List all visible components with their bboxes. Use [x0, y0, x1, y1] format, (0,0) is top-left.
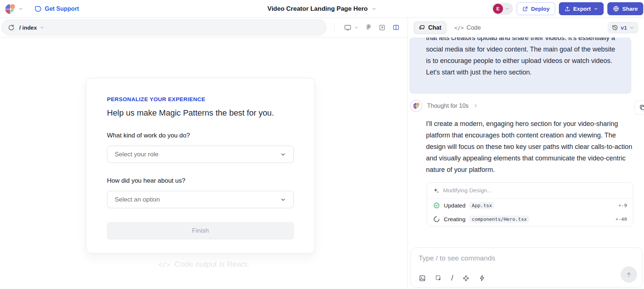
- divider: [335, 23, 335, 32]
- diff-count: 40: [621, 216, 627, 222]
- task-action: Updated: [444, 202, 466, 209]
- chevron-down-icon: [371, 6, 376, 11]
- referral-select-placeholder: Select an option: [115, 196, 160, 203]
- diff-count: 9: [624, 203, 627, 208]
- send-button[interactable]: [621, 266, 637, 283]
- referral-select[interactable]: Select an option: [107, 191, 294, 208]
- thought-duration: Thought for 10s: [427, 103, 469, 109]
- user-message-text: that lets creators upload and share thei…: [426, 37, 617, 78]
- deploy-button[interactable]: Deploy: [517, 2, 555, 15]
- file-chip: components/Hero.tsx: [469, 216, 530, 223]
- get-support-label: Get Support: [45, 6, 79, 12]
- image-icon[interactable]: [419, 275, 426, 282]
- role-select-placeholder: Select your role: [115, 151, 158, 158]
- check-circle-icon: [433, 202, 440, 209]
- chat-panel: that lets creators upload and share thei…: [407, 37, 644, 289]
- task-card: Modifying Design... Updated App.tsx +-9 …: [427, 182, 633, 226]
- removed-marker: -: [621, 203, 624, 208]
- tab-chat-label: Chat: [428, 24, 442, 31]
- card-heading: Help us make Magic Patterns the best for…: [107, 108, 294, 118]
- finish-button[interactable]: Finish: [107, 222, 294, 239]
- arrow-up-icon: [625, 271, 633, 278]
- open-external-icon[interactable]: [379, 24, 386, 31]
- chat-input[interactable]: [419, 254, 626, 262]
- tab-code[interactable]: </> Code: [455, 24, 481, 31]
- tab-chat[interactable]: Chat: [414, 21, 446, 34]
- task-row[interactable]: Creating components/Hero.tsx +-40: [427, 212, 633, 226]
- diamonds-icon[interactable]: [462, 275, 470, 282]
- finish-label: Finish: [192, 227, 209, 235]
- page-title: Video Creator Landing Page Hero: [268, 5, 368, 13]
- chat-input-tools: /: [419, 274, 486, 282]
- project-title-menu[interactable]: Video Creator Landing Page Hero: [268, 5, 377, 13]
- task-row[interactable]: Updated App.tsx +-9: [427, 199, 633, 212]
- task-card-header: Modifying Design...: [427, 183, 633, 199]
- main-area: PERSONALIZE YOUR EXPERIENCE Help us make…: [0, 37, 644, 289]
- file-chip: App.tsx: [469, 202, 495, 209]
- tab-code-label: Code: [467, 24, 481, 31]
- app-header: Get Support Video Creator Landing Page H…: [0, 0, 644, 17]
- spinner-icon: [433, 216, 440, 223]
- account-menu[interactable]: E: [492, 3, 513, 15]
- diff-stats: +-40: [616, 216, 627, 222]
- toolbar-row: / index: [0, 17, 644, 37]
- card-eyebrow: PERSONALIZE YOUR EXPERIENCE: [107, 96, 294, 102]
- deploy-label: Deploy: [531, 6, 550, 12]
- sparkle-icon: [433, 187, 439, 194]
- task-status-text: Modifying Design...: [443, 187, 492, 194]
- chat-tab-icon: [419, 24, 425, 31]
- task-action: Creating: [444, 216, 466, 223]
- assistant-message: I'll create a modern, engaging hero sect…: [426, 118, 634, 176]
- chevron-down-icon: [280, 152, 286, 157]
- code-icon: </>: [158, 260, 170, 268]
- version-label: v1: [621, 24, 627, 31]
- chevron-down-icon: [630, 26, 634, 30]
- role-select[interactable]: Select your role: [107, 146, 294, 163]
- copy-icon: [639, 104, 644, 111]
- get-support-link[interactable]: Get Support: [34, 5, 79, 13]
- select-area-icon[interactable]: [435, 275, 442, 282]
- globe-icon: [613, 6, 619, 12]
- preview-toolbar: / index: [0, 18, 407, 37]
- copy-message-button[interactable]: [634, 100, 644, 114]
- code-output-text: Code output is React.: [175, 260, 249, 269]
- code-icon: </>: [455, 25, 464, 31]
- avatar: E: [493, 4, 503, 14]
- magic-patterns-logo-icon: [4, 3, 16, 14]
- external-link-icon: [522, 6, 528, 12]
- assistant-avatar: [410, 100, 422, 112]
- route-selector[interactable]: / index: [19, 24, 44, 31]
- history-icon: [612, 24, 618, 31]
- share-button[interactable]: Share: [607, 2, 643, 15]
- refresh-icon[interactable]: [8, 24, 15, 31]
- header-actions: E Deploy Export Share: [492, 2, 640, 15]
- workspace-menu[interactable]: [4, 3, 23, 14]
- chat-input-box: /: [410, 248, 643, 288]
- route-path: / index: [19, 24, 37, 31]
- share-label: Share: [622, 6, 638, 12]
- chat-bubble-icon: [34, 5, 42, 13]
- bolt-icon[interactable]: [479, 275, 486, 282]
- role-question-label: What kind of work do you do?: [107, 132, 294, 139]
- assistant-header[interactable]: Thought for 10s: [410, 100, 644, 112]
- chevron-down-icon[interactable]: [354, 25, 359, 30]
- chat-toolbar: Chat </> Code v1: [407, 18, 644, 37]
- chevron-right-icon: [473, 103, 478, 108]
- export-label: Export: [573, 6, 591, 12]
- device-monitor-icon[interactable]: [344, 24, 352, 31]
- split-pane-icon[interactable]: [392, 24, 400, 31]
- version-selector[interactable]: v1: [608, 22, 638, 33]
- preview-tools: [344, 24, 400, 31]
- user-message: that lets creators upload and share thei…: [409, 37, 631, 94]
- chevron-down-icon: [505, 6, 510, 11]
- address-bar[interactable]: / index: [1, 19, 326, 36]
- export-button[interactable]: Export: [559, 2, 604, 15]
- chevron-down-icon: [594, 7, 598, 11]
- figma-icon[interactable]: [365, 24, 372, 31]
- slash-command-icon[interactable]: /: [451, 274, 453, 282]
- diff-stats: +-9: [618, 203, 627, 208]
- preview-panel: PERSONALIZE YOUR EXPERIENCE Help us make…: [0, 37, 407, 289]
- added-marker: +: [616, 216, 618, 222]
- code-output-note: </> Code output is React.: [0, 260, 407, 269]
- chevron-down-icon: [18, 6, 23, 11]
